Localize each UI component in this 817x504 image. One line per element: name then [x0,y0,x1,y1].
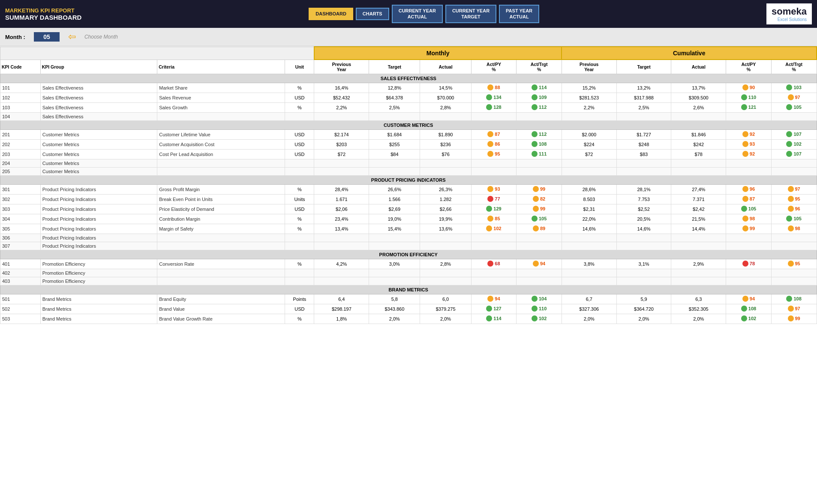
m-act-cell: 19,9% [420,214,471,224]
nav-current-year-actual[interactable]: CURRENT YEAR ACTUAL [392,5,443,23]
col-c-tgt: Target [616,60,671,74]
c-atr-cell: 97 [771,93,817,103]
m-atr-cell [517,168,562,176]
m-tgt-cell [369,242,420,250]
nav-past-year-actual[interactable]: PAST YEAR ACTUAL [499,5,539,23]
indicator-circle [486,225,492,231]
indicator-circle [741,206,747,212]
m-tgt-cell: 12,8% [369,83,420,93]
indicator-circle [742,186,748,192]
kpi-code-cell: 305 [0,224,41,234]
indicator-value: 99 [540,186,545,192]
c-act-cell: 7.371 [671,195,726,204]
kpi-unit-cell: % [285,83,314,93]
m-act-cell: $2,66 [420,204,471,214]
logo-subtitle: Excel Solutions [778,17,807,22]
indicator-circle [786,104,792,110]
indicator-value: 88 [495,85,500,90]
m-act-cell [420,234,471,242]
m-tgt-cell: 2,0% [369,314,420,324]
c-tgt-cell: $1.727 [616,130,671,140]
kpi-unit-cell [285,159,314,168]
c-py-cell: 15,2% [562,83,616,93]
m-py-cell: $2,06 [314,204,369,214]
kpi-group-cell: Product Pricing Indicators [40,204,157,214]
indicator-value: 114 [539,85,547,90]
c-py-cell: 8.503 [562,195,616,204]
indicator-value: 105 [793,216,801,221]
kpi-unit-cell [285,113,314,121]
indicator-circle [533,186,539,192]
report-title: MARKETING KPI REPORT [5,7,81,14]
indicator-value: 95 [495,151,500,156]
nav-current-year-target[interactable]: CURRENT YEAR TARGET [445,5,496,23]
indicator-value: 112 [539,105,547,110]
c-apy-cell: 105 [726,204,772,214]
m-act-cell: 2,0% [420,314,471,324]
m-py-cell: 13,4% [314,224,369,234]
c-atr-cell: 105 [771,103,817,113]
m-py-cell: 6,4 [314,294,369,304]
table-row: 403 Promotion Efficiency [0,277,817,285]
indicator-value: 108 [748,306,756,311]
indicator-circle [788,94,794,100]
kpi-criteria-cell: Margin of Safety [157,224,285,234]
indicator-value: 97 [795,95,800,100]
c-py-cell: 14,6% [562,224,616,234]
kpi-code-cell: 104 [0,113,41,121]
indicator-circle [742,261,748,267]
indicator-circle [741,315,747,321]
indicator-circle [532,216,538,222]
indicator-value: 102 [793,141,801,147]
indicator-circle [788,225,794,231]
indicator-value: 127 [493,306,501,311]
kpi-criteria-cell: Cost Per Lead Acquisition [157,150,285,159]
indicator-value: 92 [750,151,755,156]
indicator-circle [788,261,794,267]
section-title: PROMOTION EFFICIENCY [0,250,817,259]
month-prev-arrow[interactable]: ⇦ [68,31,76,42]
indicator-value: 97 [795,186,800,192]
c-py-cell: 2,0% [562,314,616,324]
c-py-cell [562,159,616,168]
m-apy-cell [471,234,517,242]
indicator-value: 95 [795,196,800,201]
m-py-cell: 1.671 [314,195,369,204]
c-act-cell: $242 [671,140,726,150]
indicator-value: 94 [750,296,755,301]
kpi-code-cell: 401 [0,259,41,269]
c-tgt-cell [616,113,671,121]
m-atr-cell [517,234,562,242]
c-apy-cell: 102 [726,314,772,324]
indicator-circle [788,306,794,312]
month-value: 05 [34,32,60,42]
m-atr-cell: 99 [517,185,562,195]
c-act-cell: 14,4% [671,224,726,234]
indicator-circle [487,131,493,137]
indicator-circle [532,306,538,312]
section-header-row: PRODUCT PRICING INDICATORS [0,176,817,185]
nav-dashboard[interactable]: DASHBOARD [309,8,353,20]
c-py-cell [562,242,616,250]
c-py-cell: 6,7 [562,294,616,304]
indicator-circle [487,186,493,192]
indicator-value: 77 [495,196,500,201]
c-tgt-cell [616,234,671,242]
indicator-value: 102 [748,316,756,321]
c-tgt-cell: $317.988 [616,93,671,103]
indicator-circle [487,141,493,147]
dashboard-title: SUMMARY DASHBOARD [5,14,81,21]
cumulative-header: Cumulative [562,47,817,60]
indicator-value: 93 [495,186,500,192]
c-atr-cell [771,242,817,250]
kpi-group-cell: Promotion Efficiency [40,269,157,277]
m-tgt-cell [369,277,420,285]
c-atr-cell [771,113,817,121]
m-tgt-cell [369,168,420,176]
m-atr-cell: 104 [517,294,562,304]
c-py-cell: 3,8% [562,259,616,269]
c-tgt-cell: $2,52 [616,204,671,214]
nav-charts[interactable]: CHARTS [356,8,389,20]
c-atr-cell: 105 [771,214,817,224]
table-row: 104 Sales Effectiveness [0,113,817,121]
